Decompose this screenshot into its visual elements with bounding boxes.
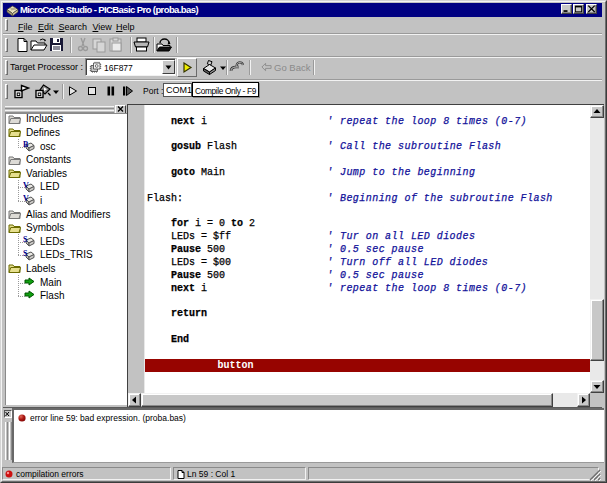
svg-text:S: S bbox=[23, 236, 28, 244]
svg-text:B: B bbox=[23, 141, 29, 149]
svg-text:V: V bbox=[23, 195, 29, 203]
svg-text:V: V bbox=[23, 182, 29, 190]
svg-text:S: S bbox=[23, 250, 28, 258]
